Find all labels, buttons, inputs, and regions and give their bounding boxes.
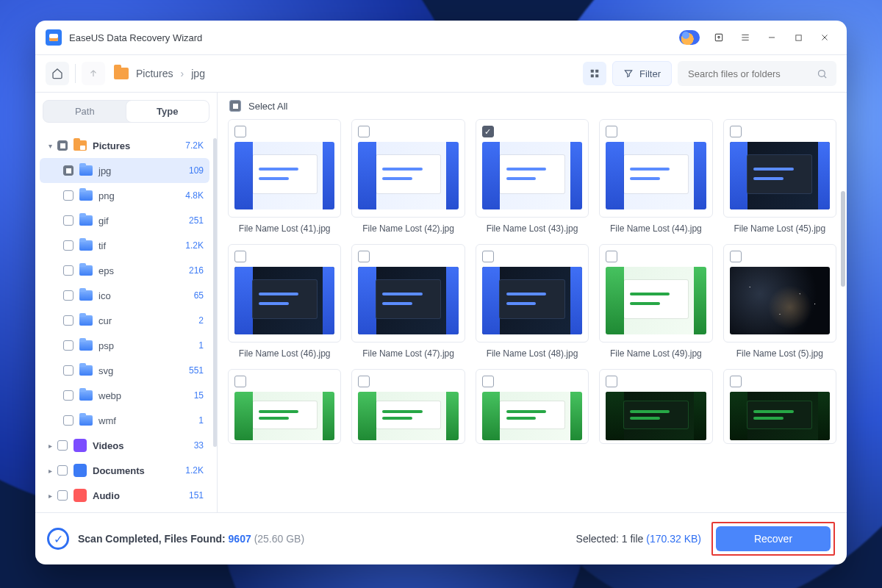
sidebar-scrollbar[interactable] [213,138,217,447]
recover-button[interactable]: Recover [716,526,831,551]
window-close-button[interactable] [813,28,836,47]
file-checkbox[interactable] [606,251,617,262]
search-input[interactable] [686,68,817,80]
tree-item-gif[interactable]: gif251 [40,208,209,233]
tree: ▾ Pictures 7.2K jpg109png4.8Kgif251tif1.… [35,130,217,512]
folder-icon [114,68,129,79]
tree-item-label: eps [98,265,114,276]
tree-item-psp[interactable]: psp1 [40,333,209,358]
file-card[interactable] [599,369,712,444]
tree-item-ico[interactable]: ico65 [40,283,209,308]
tree-item-label: Videos [93,440,123,451]
file-checkbox[interactable] [358,251,370,262]
file-checkbox[interactable] [234,126,246,137]
chevron-down-icon: ▾ [46,142,54,150]
file-card[interactable]: ✓File Name Lost (43).jpg [476,119,589,234]
tree-item-wmf[interactable]: wmf1 [40,408,209,433]
tree-item-webp[interactable]: webp15 [40,383,209,408]
select-all-checkbox[interactable] [229,100,241,112]
share-button[interactable] [707,28,731,47]
svg-point-6 [819,70,825,76]
tree-pictures[interactable]: ▾ Pictures 7.2K [40,133,209,158]
view-grid-button[interactable] [583,62,606,85]
file-card[interactable]: File Name Lost (46).jpg [228,244,341,359]
cloud-upgrade-icon[interactable] [679,30,700,45]
tree-item-png[interactable]: png4.8K [40,183,209,208]
file-card[interactable]: File Name Lost (48).jpg [476,244,589,359]
checkbox[interactable] [63,165,74,176]
checkbox[interactable] [63,290,74,301]
tree-item-count: 1.2K [185,465,204,476]
tree-item-cur[interactable]: cur2 [40,308,209,333]
file-checkbox[interactable] [482,376,494,387]
scan-status-text: Scan Completed, Files Found: 9607 (25.60… [78,533,304,545]
file-checkbox[interactable] [606,376,617,387]
file-card[interactable] [476,369,589,444]
folder-icon [79,340,93,351]
file-checkbox[interactable] [358,376,370,387]
checkbox[interactable] [63,340,74,351]
checkbox[interactable] [63,265,74,276]
checkbox[interactable] [63,315,74,326]
home-button[interactable] [46,62,69,85]
file-checkbox[interactable] [730,376,742,387]
filter-button[interactable]: Filter [612,61,672,86]
tree-item-count: 216 [189,265,204,276]
up-folder-button[interactable] [82,62,105,85]
tree-item-tif[interactable]: tif1.2K [40,233,209,258]
checkbox[interactable] [57,440,68,451]
file-card[interactable]: File Name Lost (44).jpg [599,119,712,234]
checkbox[interactable] [63,190,74,201]
checkbox[interactable] [63,415,74,426]
tree-item-label: svg [98,365,113,376]
select-all-row[interactable]: Select All [218,93,847,119]
tree-item-jpg[interactable]: jpg109 [40,158,209,183]
file-checkbox[interactable] [482,251,494,262]
file-card[interactable]: File Name Lost (41).jpg [228,119,341,234]
checkbox[interactable] [57,490,68,501]
tree-item-eps[interactable]: eps216 [40,258,209,283]
svg-rect-3 [595,70,598,73]
file-card[interactable]: File Name Lost (49).jpg [599,244,712,359]
tree-item-count: 151 [189,490,204,501]
tree-category-videos[interactable]: ▸Videos33 [40,433,209,458]
breadcrumb-child[interactable]: jpg [191,68,205,79]
checkbox[interactable] [63,215,74,226]
checkbox[interactable] [57,465,68,476]
file-card[interactable]: File Name Lost (5).jpg [723,244,836,359]
file-checkbox[interactable] [730,126,742,137]
app-window: EaseUS Data Recovery Wizard Pictures [35,21,847,564]
file-card[interactable]: File Name Lost (45).jpg [723,119,836,234]
file-card[interactable] [351,369,465,444]
tree-item-label: tif [98,240,106,251]
file-checkbox[interactable] [606,126,617,137]
checkbox[interactable] [57,140,68,151]
tree-item-svg[interactable]: svg551 [40,358,209,383]
category-icon [74,489,87,502]
tree-category-documents[interactable]: ▸Documents1.2K [40,458,209,483]
checkbox[interactable] [63,240,74,251]
breadcrumb-root[interactable]: Pictures [136,68,173,79]
checkbox[interactable] [63,390,74,401]
tree-item-count: 109 [189,165,204,176]
file-checkbox[interactable] [234,251,246,262]
tree-category-audio[interactable]: ▸Audio151 [40,483,209,508]
window-maximize-button[interactable] [786,28,810,47]
file-checkbox[interactable] [730,251,742,262]
file-card[interactable] [228,369,341,444]
search-box[interactable] [678,61,836,86]
menu-button[interactable] [734,28,757,47]
file-checkbox[interactable] [358,126,370,137]
tab-type[interactable]: Type [126,100,210,123]
file-card[interactable]: File Name Lost (42).jpg [351,119,465,234]
file-card[interactable] [723,369,836,444]
folder-icon [79,165,93,176]
file-card[interactable]: File Name Lost (47).jpg [351,244,465,359]
checkbox[interactable] [63,365,74,376]
file-checkbox[interactable] [234,376,246,387]
content-scrollbar[interactable] [841,191,845,287]
file-checkbox[interactable]: ✓ [482,126,494,137]
window-minimize-button[interactable] [760,28,784,47]
tree-item-count: 65 [194,290,204,301]
tab-path[interactable]: Path [43,101,126,122]
